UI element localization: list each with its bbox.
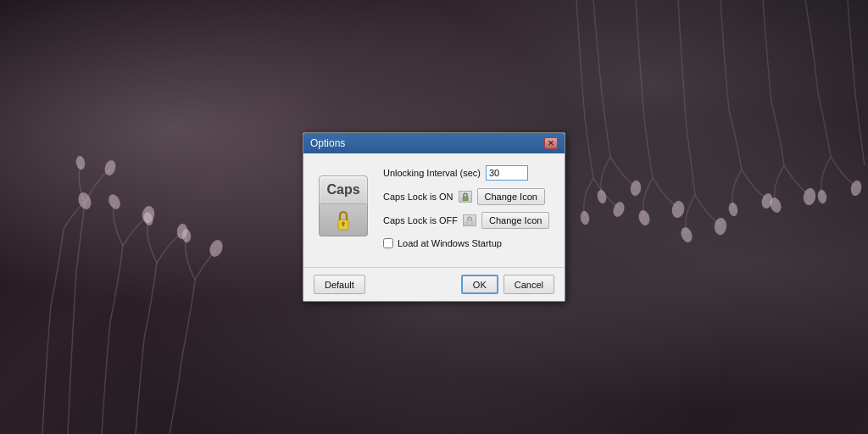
caps-lock-on-icon <box>459 191 472 203</box>
svg-rect-26 <box>463 197 468 201</box>
caps-lock-on-label: Caps Lock is ON <box>383 192 453 202</box>
close-button[interactable]: ✕ <box>544 137 558 149</box>
lock-icon <box>331 208 355 233</box>
caps-lock-on-row: Caps Lock is ON Change Icon <box>383 187 554 206</box>
default-button[interactable]: Default <box>314 275 365 294</box>
svg-rect-27 <box>467 220 472 225</box>
options-form: Unlocking Interval (sec) Caps Lock is ON <box>383 164 554 248</box>
caps-label-box: Caps <box>319 175 368 204</box>
caps-lock-off-row: Caps Lock is OFF Change Icon <box>383 211 554 230</box>
caps-icon: Caps <box>314 175 372 236</box>
dialog-titlebar: Options ✕ <box>303 133 565 153</box>
unlocking-interval-label: Unlocking Interval (sec) <box>383 168 481 178</box>
load-startup-checkbox[interactable] <box>383 238 393 248</box>
dialog-overlay: Options ✕ Caps <box>0 0 868 434</box>
footer-buttons: OK Cancel <box>461 275 554 294</box>
change-icon-off-button[interactable]: Change Icon <box>481 212 549 229</box>
cancel-button[interactable]: Cancel <box>504 275 554 294</box>
svg-rect-25 <box>342 224 344 226</box>
change-icon-on-button[interactable]: Change Icon <box>477 188 545 205</box>
options-dialog: Options ✕ Caps <box>303 132 565 302</box>
load-startup-row: Load at Windows Startup <box>383 238 554 248</box>
caps-lock-off-label: Caps Lock is OFF <box>383 215 458 225</box>
lock-icon-wrap <box>319 204 368 236</box>
content-area: Caps <box>314 164 554 248</box>
caps-text: Caps <box>326 182 359 198</box>
caps-icon-area: Caps <box>314 164 373 248</box>
dialog-footer: Default OK Cancel <box>303 267 565 301</box>
unlocking-interval-row: Unlocking Interval (sec) <box>383 164 554 182</box>
caps-lock-off-icon <box>463 214 476 226</box>
footer-left: Default <box>314 275 456 294</box>
ok-button[interactable]: OK <box>461 275 498 294</box>
dialog-title: Options <box>310 137 345 149</box>
dialog-body: Caps <box>303 153 565 267</box>
unlocking-interval-input[interactable] <box>486 165 528 181</box>
load-startup-label: Load at Windows Startup <box>398 238 502 248</box>
